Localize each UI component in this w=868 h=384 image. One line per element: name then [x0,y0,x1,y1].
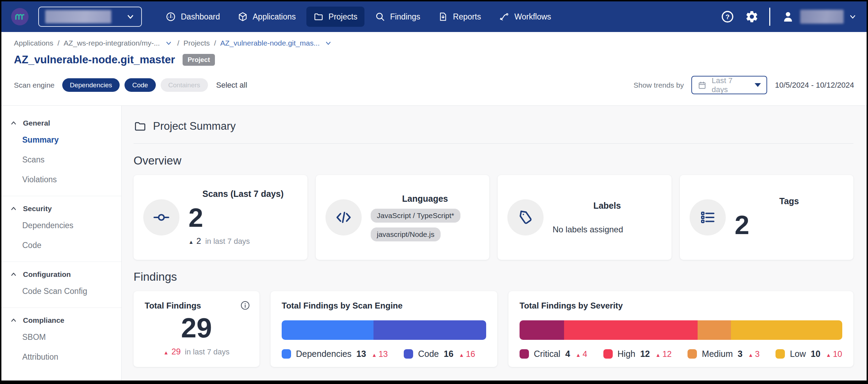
sidebar-header-compliance[interactable]: Compliance [1,313,121,327]
severity-legend: Critical4▲4High12▲12Medium3▲3Low10▲10 [520,349,842,359]
settings-gear-icon[interactable] [745,10,759,24]
sidebar-item-scans[interactable]: Scans [1,150,121,170]
legend-count: 13 [356,349,366,359]
sidebar-item-summary[interactable]: Summary [1,130,121,150]
chip-containers: Containers [161,78,208,92]
nav-item-reports[interactable]: Reports [431,7,488,27]
breadcrumb-projects[interactable]: Projects [184,39,210,47]
chevron-up-icon [10,205,17,213]
legend-count: 3 [738,349,742,359]
card-title: Total Findings [145,301,201,311]
breadcrumb-separator: / [57,39,59,47]
legend-swatch [688,349,697,359]
legend-count: 4 [565,349,570,359]
sidebar-header-label: Security [23,205,52,213]
scans-trend: ▲2in last 7 days [188,236,298,246]
breadcrumb-caret-icon[interactable] [165,39,172,47]
sidebar: General Summary Scans Violations Securit… [1,106,122,381]
breadcrumb-application-name[interactable]: AZ_ws-repo-integration/my-... [64,39,160,47]
nav-label: Projects [329,12,357,22]
sidebar-header-label: Configuration [23,270,71,279]
card-title: Total Findings by Severity [520,301,623,310]
help-icon[interactable]: ? [721,10,734,24]
trend-up-icon: ▲ [188,239,194,245]
sidebar-item-dependencies[interactable]: Dependencies [1,216,121,235]
breadcrumb-applications[interactable]: Applications [14,39,53,47]
breadcrumb-project-name[interactable]: AZ_vulnerable-node.git_mas... [220,39,320,47]
info-icon[interactable] [240,300,250,312]
legend-entry-low: Low10▲10 [775,349,842,359]
bar-segment-medium [698,320,731,340]
dropdown-caret-icon [755,83,761,87]
languages-card: Languages JavaScript / TypeScript* javas… [316,175,490,260]
card-title: Labels [593,201,621,211]
scans-value: 2 [188,204,298,232]
legend-entry-high: High12▲12 [603,349,672,359]
chip-dependencies[interactable]: Dependencies [62,78,120,92]
workflows-flow-icon [498,11,509,22]
sidebar-header-configuration[interactable]: Configuration [1,267,121,281]
severity-stacked-bar [520,320,842,340]
trend-value: 3 [755,349,760,359]
page-header: Applications / AZ_ws-repo-integration/my… [1,32,867,106]
list-icon [690,199,726,235]
sidebar-header-security[interactable]: Security [1,202,121,216]
legend-label: Dependencies [296,349,352,359]
date-range-dropdown[interactable]: Last 7 days [691,76,767,94]
sidebar-item-code-scan-config[interactable]: Code Scan Config [1,281,121,301]
user-avatar-icon [781,9,795,24]
chevron-up-icon [10,317,17,324]
card-title: Scans (Last 7 days) [202,189,283,199]
legend-swatch [603,349,613,359]
sidebar-header-general[interactable]: General [1,116,121,130]
sidebar-item-sbom[interactable]: SBOM [1,327,121,347]
project-type-badge: Project [183,54,215,66]
legend-trend: ▲4 [576,349,587,359]
nav-item-applications[interactable]: Applications [231,7,303,27]
chevron-up-icon [10,271,17,278]
legend-label: Low [790,349,806,359]
legend-entry-critical: Critical4▲4 [520,349,587,359]
findings-heading: Findings [134,270,853,283]
mend-logo[interactable] [11,8,29,25]
legend-label: Medium [702,349,733,359]
findings-cards: Total Findings 29 ▲29in last 7 days Tota… [134,291,853,367]
organization-selector[interactable] [38,7,142,27]
trend-up-icon: ▲ [163,350,169,355]
sidebar-item-attribution[interactable]: Attribution [1,347,121,367]
bar-segment-high [564,320,698,340]
trend-value: 10 [833,349,842,359]
nav-item-projects[interactable]: Projects [306,7,364,27]
main-nav: Dashboard Applications Projects Findings… [159,7,558,27]
chip-code[interactable]: Code [124,78,155,92]
chevron-down-icon [126,12,135,21]
nav-item-findings[interactable]: Findings [368,7,427,27]
engine-stacked-bar [282,320,486,340]
sidebar-item-code[interactable]: Code [1,235,121,255]
nav-item-workflows[interactable]: Workflows [491,7,558,27]
organization-name-redacted [45,10,111,23]
calendar-icon [698,81,707,90]
card-title: Total Findings by Scan Engine [282,301,403,310]
sidebar-item-violations[interactable]: Violations [1,170,121,190]
nav-label: Workflows [514,12,551,22]
chevron-up-icon [10,119,17,127]
breadcrumb-caret-icon[interactable] [324,39,332,47]
sidebar-header-label: Compliance [23,316,64,325]
breadcrumb-separator: / [177,39,179,47]
total-findings-trend: ▲29in last 7 days [163,347,230,357]
select-all-link[interactable]: Select all [216,81,247,90]
trend-value: 13 [379,349,388,359]
tags-card: Tags 2 [680,175,854,260]
reports-document-icon [438,11,448,22]
topnav-right: ? [721,8,857,26]
breadcrumb-separator: / [214,39,216,47]
trend-suffix: in last 7 days [205,237,250,246]
project-summary-header: Project Summary [134,120,853,133]
user-menu[interactable] [781,9,857,24]
total-findings-value: 29 [181,314,212,342]
nav-divider [769,8,770,26]
nav-item-dashboard[interactable]: Dashboard [159,7,227,27]
content-area: General Summary Scans Violations Securit… [1,106,867,381]
overview-cards: Scans (Last 7 days) 2 ▲2in last 7 days L… [134,175,853,260]
